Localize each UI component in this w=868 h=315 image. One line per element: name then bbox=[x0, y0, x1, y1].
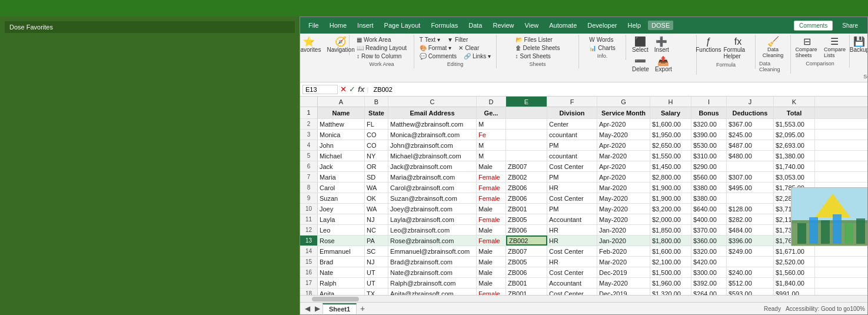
row-num-3[interactable]: 3 bbox=[300, 130, 318, 140]
cell-r13-c5[interactable]: HR bbox=[547, 236, 597, 246]
cell-r4-c6[interactable]: Apr-2020 bbox=[597, 140, 650, 150]
row-num-8[interactable]: 8 bbox=[300, 183, 318, 193]
cell-r7-c8[interactable]: $560.00 bbox=[691, 172, 727, 182]
header-division[interactable]: Division bbox=[547, 107, 597, 118]
cell-r4-c5[interactable]: PM bbox=[547, 140, 597, 150]
select-button[interactable]: ⬛ Select bbox=[630, 36, 651, 54]
cell-r8-c1[interactable]: WA bbox=[365, 183, 388, 193]
header-email[interactable]: Email Address bbox=[388, 107, 477, 118]
tab-developer[interactable]: Developer bbox=[584, 21, 620, 30]
cell-r6-c10[interactable]: $1,740.00 bbox=[774, 161, 815, 171]
cell-r15-c9[interactable] bbox=[727, 257, 774, 267]
cell-r12-c4[interactable]: ZB006 bbox=[506, 225, 547, 235]
words-button[interactable]: W Words bbox=[587, 36, 617, 44]
tab-review[interactable]: Review bbox=[489, 21, 517, 30]
row-num-6[interactable]: 6 bbox=[300, 161, 318, 171]
cell-r6-c7[interactable]: $1,450.00 bbox=[650, 161, 691, 171]
cell-r9-c0[interactable]: Suzan bbox=[318, 193, 365, 203]
row-num-16[interactable]: 16 bbox=[300, 267, 318, 277]
tab-automate[interactable]: Automate bbox=[546, 21, 580, 30]
cell-r14-c4[interactable]: ZB007 bbox=[506, 246, 547, 256]
cell-r16-c0[interactable]: Nate bbox=[318, 267, 365, 277]
cell-r18-c5[interactable]: Cost Center bbox=[547, 289, 597, 295]
cell-r17-c4[interactable]: ZB001 bbox=[506, 278, 547, 288]
cell-r7-c7[interactable]: $2,800.00 bbox=[650, 172, 691, 182]
cell-r11-c2[interactable]: Layla@zbrainsoft.com bbox=[388, 214, 477, 224]
cell-r10-c4[interactable]: ZB001 bbox=[506, 204, 547, 214]
compare-lists-button[interactable]: ☰ Compare Lists bbox=[822, 36, 847, 59]
formula-cross-icon[interactable]: ✕ bbox=[340, 85, 347, 94]
cell-r3-c0[interactable]: Monica bbox=[318, 130, 365, 140]
insert-button[interactable]: ➕ Insert bbox=[652, 36, 671, 54]
cell-r11-c4[interactable]: ZB005 bbox=[506, 214, 547, 224]
row-num-1[interactable]: 1 bbox=[300, 107, 318, 118]
cell-r18-c8[interactable]: $264.00 bbox=[691, 289, 727, 295]
cell-r14-c9[interactable]: $249.00 bbox=[727, 246, 774, 256]
cell-r16-c10[interactable]: $1,560.00 bbox=[774, 267, 815, 277]
cell-r2-c9[interactable]: $367.00 bbox=[727, 119, 774, 129]
cell-r15-c3[interactable]: Male bbox=[477, 257, 506, 267]
cell-r5-c2[interactable]: Michael@zbrainsoft.com bbox=[388, 151, 477, 161]
row-num-12[interactable]: 12 bbox=[300, 225, 318, 235]
clear-button[interactable]: ✕ Clear bbox=[456, 44, 481, 52]
cell-r14-c8[interactable]: $320.00 bbox=[691, 246, 727, 256]
cell-r17-c6[interactable]: May-2020 bbox=[597, 278, 650, 288]
cell-r11-c6[interactable]: May-2020 bbox=[597, 214, 650, 224]
cell-r13-c7[interactable]: $1,800.00 bbox=[650, 236, 691, 246]
comments-ribbon-button[interactable]: 💬 Comments bbox=[417, 52, 459, 60]
row-num-15[interactable]: 15 bbox=[300, 257, 318, 267]
cell-r8-c9[interactable]: $495.00 bbox=[727, 183, 774, 193]
cell-r11-c3[interactable]: Female bbox=[477, 214, 506, 224]
cell-r6-c5[interactable]: Cost Center bbox=[547, 161, 597, 171]
col-header-h[interactable]: H bbox=[650, 97, 691, 107]
cell-r16-c1[interactable]: UT bbox=[365, 267, 388, 277]
horizontal-scrollbar[interactable] bbox=[300, 295, 867, 302]
cell-r12-c3[interactable]: Male bbox=[477, 225, 506, 235]
cell-r3-c3[interactable]: Fe bbox=[477, 130, 506, 140]
header-name[interactable]: Name bbox=[318, 107, 365, 118]
cell-r4-c7[interactable]: $2,650.00 bbox=[650, 140, 691, 150]
cell-r5-c5[interactable]: ccountant bbox=[547, 151, 597, 161]
sheet-tab-1[interactable]: Sheet1 bbox=[322, 303, 357, 314]
cell-r4-c3[interactable]: M bbox=[477, 140, 506, 150]
cell-r7-c0[interactable]: Maria bbox=[318, 172, 365, 182]
cell-r9-c3[interactable]: Female bbox=[477, 193, 506, 203]
formula-input[interactable] bbox=[371, 85, 865, 94]
row-num-5[interactable]: 5 bbox=[300, 151, 318, 161]
col-header-g[interactable]: G bbox=[597, 97, 650, 107]
cell-r4-c0[interactable]: John bbox=[318, 140, 365, 150]
cell-r13-c6[interactable]: Jan-2020 bbox=[597, 236, 650, 246]
sort-sheets-button[interactable]: ↕ Sort Sheets bbox=[513, 52, 563, 60]
cell-r9-c8[interactable]: $380.00 bbox=[691, 193, 727, 203]
cell-r11-c0[interactable]: Layla bbox=[318, 214, 365, 224]
header-gender[interactable]: Ge... bbox=[477, 107, 506, 118]
cell-r4-c10[interactable]: $2,693.00 bbox=[774, 140, 815, 150]
functions-button[interactable]: ƒ Functions bbox=[697, 36, 720, 61]
cell-r17-c9[interactable]: $512.00 bbox=[727, 278, 774, 288]
row-num-10[interactable]: 10 bbox=[300, 204, 318, 214]
cell-r14-c6[interactable]: Feb-2020 bbox=[597, 246, 650, 256]
cell-r12-c1[interactable]: NC bbox=[365, 225, 388, 235]
cell-r18-c2[interactable]: Anita@zbrainsoft.com bbox=[388, 289, 477, 295]
cell-r8-c7[interactable]: $1,900.00 bbox=[650, 183, 691, 193]
cell-r2-c6[interactable]: Apr-2020 bbox=[597, 119, 650, 129]
tab-data[interactable]: Data bbox=[465, 21, 485, 30]
files-lister-button[interactable]: 📂 Files Lister bbox=[513, 36, 555, 44]
prev-sheet-nav[interactable]: ◀ bbox=[302, 303, 312, 314]
cell-r17-c2[interactable]: Ralph@zbrainsoft.com bbox=[388, 278, 477, 288]
scrollbar-thumb[interactable] bbox=[312, 297, 359, 301]
cell-r3-c4[interactable] bbox=[506, 130, 547, 140]
cell-r10-c3[interactable]: Male bbox=[477, 204, 506, 214]
cell-r9-c9[interactable] bbox=[727, 193, 774, 203]
cell-r11-c7[interactable]: $2,000.00 bbox=[650, 214, 691, 224]
cell-r7-c5[interactable]: PM bbox=[547, 172, 597, 182]
work-area-button[interactable]: ▦ Work Area bbox=[354, 36, 409, 44]
cell-r15-c8[interactable]: $420.00 bbox=[691, 257, 727, 267]
header-deductions[interactable]: Deductions bbox=[727, 107, 774, 118]
cell-r14-c10[interactable]: $1,671.00 bbox=[774, 246, 815, 256]
cell-r2-c10[interactable]: $1,553.00 bbox=[774, 119, 815, 129]
cell-r10-c8[interactable]: $640.00 bbox=[691, 204, 727, 214]
cell-r3-c6[interactable]: May-2020 bbox=[597, 130, 650, 140]
cell-r11-c8[interactable]: $400.00 bbox=[691, 214, 727, 224]
next-sheet-nav[interactable]: ▶ bbox=[312, 303, 322, 314]
